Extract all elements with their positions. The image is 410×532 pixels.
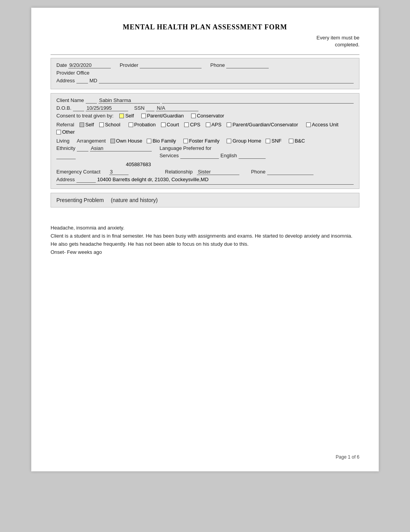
referral-parent-guardian-item: Parent/Guardian/Conservator	[227, 122, 298, 127]
referral-parent-guardian-checkbox[interactable]	[227, 122, 231, 127]
ssn-value: N/A	[156, 105, 198, 111]
referral-school-item: School	[99, 122, 120, 127]
referral-cps-checkbox[interactable]	[184, 122, 189, 127]
address-blank	[76, 77, 88, 83]
group-home-label: Group Home	[232, 138, 261, 144]
own-house-label: Own House	[116, 138, 142, 144]
md-label: MD	[90, 78, 97, 83]
consent-label: Consent to treat given by:	[56, 113, 114, 119]
referral-self-item: Self	[80, 122, 94, 127]
foster-family-item: Foster Family	[183, 138, 220, 144]
presenting-title: Presenting Problem	[56, 197, 104, 203]
form-title: MENTAL HEALTH PLAN ASSESSMENT FORM	[51, 23, 359, 31]
referral-cps-label: CPS	[190, 122, 200, 127]
every-item-note: Every item must be completed.	[51, 34, 359, 48]
group-home-item: Group Home	[227, 138, 261, 144]
referral-parent-guardian-label: Parent/Guardian/Conservator	[232, 122, 298, 127]
foster-family-checkbox[interactable]	[183, 139, 188, 143]
consent-self-label: Self	[125, 113, 134, 119]
services-label: Services	[159, 153, 179, 158]
provider-office-label: Provider Office	[56, 70, 90, 76]
own-house-item: Own House	[110, 138, 142, 144]
consent-parent-label: Parent/Guardian	[147, 113, 184, 119]
bio-family-checkbox[interactable]	[147, 139, 151, 143]
emergency-address-label: Address	[56, 177, 75, 182]
referral-self-label: Self	[85, 122, 94, 127]
referral-cps-item: CPS	[184, 122, 200, 127]
consent-conservator-checkbox[interactable]	[191, 114, 196, 118]
foster-family-label: Foster Family	[189, 138, 220, 144]
bio-family-label: Bio Family	[152, 138, 176, 144]
lang-label: Language Preferred for	[159, 145, 211, 151]
dob-label: D.O.B.	[56, 105, 71, 111]
phone-value	[226, 62, 269, 68]
referral-aps-item: APS	[206, 122, 222, 127]
referral-other-item: Other	[56, 129, 75, 135]
address-label: Address	[56, 78, 75, 83]
client-name-value: Sabin Sharma	[98, 97, 160, 104]
referral-court-item: Court	[161, 122, 179, 127]
consent-conservator-item: Conservator	[191, 113, 224, 119]
referral-access-unit-label: Access Unit	[312, 122, 339, 127]
snf-checkbox[interactable]	[266, 139, 270, 143]
referral-probation-label: Probation	[134, 122, 156, 127]
date-label: Date	[56, 62, 67, 68]
provider-label: Provider	[120, 62, 138, 68]
bandc-label: B&C	[295, 138, 305, 144]
emergency-contact-value: 3	[109, 169, 129, 175]
consent-self-checkbox[interactable]	[119, 114, 124, 118]
referral-other-label: Other	[62, 129, 75, 135]
bandc-item: B&C	[289, 138, 305, 144]
referral-probation-checkbox[interactable]	[129, 122, 133, 127]
snf-item: SNF	[266, 138, 281, 144]
snf-label: SNF	[271, 138, 281, 144]
page-number: Page 1 of 6	[336, 454, 359, 460]
header-section: Date 9/20/2020 Provider Phone Provider O…	[51, 58, 359, 89]
referral-label: Referral	[56, 122, 74, 127]
emergency-phone-label: Phone	[251, 169, 266, 175]
content-area: Headache, insomnia and anxiety. Client i…	[51, 211, 359, 261]
date-value: 9/20/2020	[68, 62, 111, 68]
client-name-label: Client Name	[56, 97, 84, 103]
referral-aps-checkbox[interactable]	[206, 122, 210, 127]
dob-value: 10/25/1995	[86, 105, 128, 111]
referral-aps-label: APS	[212, 122, 222, 127]
page: MENTAL HEALTH PLAN ASSESSMENT FORM Every…	[31, 8, 379, 471]
referral-school-label: School	[105, 122, 120, 127]
relationship-label: Relationship	[165, 169, 193, 175]
bio-family-item: Bio Family	[147, 138, 176, 144]
consent-parent-checkbox[interactable]	[141, 114, 146, 118]
phone-number-value: 405887683	[126, 161, 151, 167]
consent-parent-item: Parent/Guardian	[141, 113, 184, 119]
living-label: Living	[56, 138, 69, 144]
referral-probation-item: Probation	[129, 122, 156, 127]
own-house-checkbox[interactable]	[110, 139, 115, 143]
referral-other-checkbox[interactable]	[56, 130, 61, 134]
referral-court-checkbox[interactable]	[161, 122, 166, 127]
relationship-value: Sister	[197, 169, 239, 175]
emergency-address-value: 10400 Barretts delight dr, 21030, Cockey…	[97, 177, 208, 182]
ethnicity-value: Asian	[90, 145, 152, 151]
referral-access-unit-item: Access Unit	[306, 122, 339, 127]
english-label: English	[220, 153, 237, 158]
presenting-section: Presenting Problem (nature and history)	[51, 193, 359, 207]
phone-label: Phone	[210, 62, 225, 68]
consent-self-item: Self	[119, 113, 134, 119]
ssn-label: SSN	[134, 105, 145, 111]
bandc-checkbox[interactable]	[289, 139, 293, 143]
referral-self-checkbox[interactable]	[80, 122, 84, 127]
presenting-subtitle: (nature and history)	[111, 197, 158, 203]
consent-conservator-label: Conservator	[197, 113, 224, 119]
provider-value	[140, 62, 202, 68]
group-home-checkbox[interactable]	[227, 139, 231, 143]
referral-court-label: Court	[167, 122, 179, 127]
referral-school-checkbox[interactable]	[99, 122, 104, 127]
content-text: Headache, insomnia and anxiety. Client i…	[51, 216, 359, 256]
referral-access-unit-checkbox[interactable]	[306, 122, 311, 127]
emergency-contact-label: Emergency Contact	[56, 169, 100, 175]
arrangement-label: Arrangement	[77, 138, 106, 144]
client-section: Client Name Sabin Sharma D.O.B. 10/25/19…	[51, 93, 359, 189]
ethnicity-label: Ethnicity	[56, 145, 75, 151]
